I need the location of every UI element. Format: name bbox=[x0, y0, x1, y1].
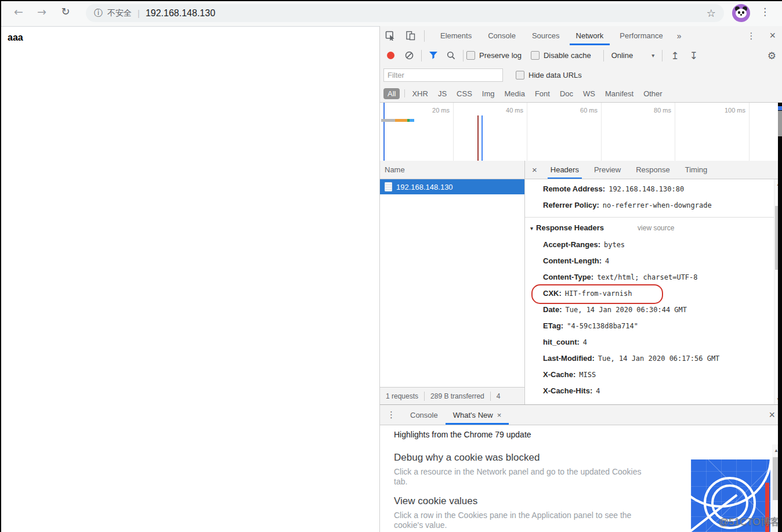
drawer-tab-whats-new[interactable]: What's New × bbox=[446, 405, 509, 425]
clear-icon[interactable] bbox=[405, 51, 414, 60]
load-event-line bbox=[481, 115, 483, 161]
general-headers: Remote Address:192.168.148.130:80Referre… bbox=[525, 181, 774, 213]
panda-eye bbox=[742, 11, 744, 14]
whats-new-content: Debug why a cookie was blockedClick a re… bbox=[380, 443, 782, 532]
header-value: 192.168.148.130:80 bbox=[609, 185, 684, 193]
info-icon[interactable]: ⓘ bbox=[94, 8, 103, 19]
header-key: ETag: bbox=[543, 321, 563, 330]
header-key: Remote Address: bbox=[543, 184, 605, 193]
url-divider: | bbox=[137, 8, 140, 18]
bookmark-star-icon[interactable]: ☆ bbox=[707, 7, 716, 19]
reload-icon[interactable]: ↻ bbox=[57, 5, 74, 17]
import-har-icon[interactable]: ↥ bbox=[671, 50, 679, 61]
overview-gridline bbox=[601, 103, 602, 161]
separator bbox=[662, 50, 662, 61]
devtools-tab-network[interactable]: Network bbox=[568, 26, 612, 45]
devtools-tab-sources[interactable]: Sources bbox=[524, 26, 568, 45]
filter-input[interactable] bbox=[383, 68, 503, 82]
device-toolbar-icon[interactable] bbox=[406, 31, 416, 41]
triangle-expanded-icon[interactable]: ▾ bbox=[530, 225, 533, 231]
panda-face bbox=[736, 9, 747, 18]
overview-request-bar bbox=[381, 119, 414, 122]
close-details-icon[interactable]: × bbox=[525, 165, 543, 175]
inspect-element-icon[interactable] bbox=[385, 31, 395, 41]
devtools-tab-elements[interactable]: Elements bbox=[432, 26, 480, 45]
whats-new-cards: Debug why a cookie was blockedClick a re… bbox=[394, 443, 653, 530]
drawer-tab-console[interactable]: Console bbox=[403, 405, 446, 425]
record-icon[interactable] bbox=[387, 52, 394, 59]
filter-type-font[interactable]: Font bbox=[531, 88, 554, 99]
screenshot-border bbox=[0, 0, 782, 1]
whatsnew-card-title[interactable]: Debug why a cookie was blocked bbox=[394, 452, 653, 464]
response-headers-title: Response Headers bbox=[536, 223, 604, 232]
filter-type-manifest[interactable]: Manifest bbox=[601, 88, 638, 99]
disable-cache-label[interactable]: Disable cache bbox=[544, 51, 591, 60]
filter-type-all[interactable]: All bbox=[383, 88, 400, 99]
whatsnew-card-title[interactable]: View cookie values bbox=[394, 495, 653, 507]
filter-type-css[interactable]: CSS bbox=[452, 88, 476, 99]
overview-tick-label: 20 ms bbox=[415, 107, 450, 114]
filter-type-ws[interactable]: WS bbox=[579, 88, 599, 99]
document-icon bbox=[385, 182, 392, 191]
header-row: Last-Modified:Tue, 14 Jan 2020 06:17:56 … bbox=[525, 350, 774, 367]
network-overview-strip[interactable]: 20 ms40 ms60 ms80 ms100 ms bbox=[380, 103, 782, 161]
header-value: 4 bbox=[596, 387, 600, 395]
response-headers-list: Accept-Ranges:bytesContent-Length:4Conte… bbox=[525, 237, 774, 404]
filter-type-doc[interactable]: Doc bbox=[556, 88, 577, 99]
export-har-icon[interactable]: ↧ bbox=[690, 50, 698, 61]
header-row: Content-Length:4 bbox=[525, 253, 774, 269]
status-item: 1 requests bbox=[380, 392, 425, 401]
name-column-header[interactable]: Name bbox=[380, 161, 524, 179]
devtools-close-icon[interactable]: × bbox=[762, 30, 782, 42]
profile-avatar[interactable] bbox=[732, 4, 750, 22]
watermark-text: @51CTO博客 bbox=[719, 515, 780, 529]
preserve-log-checkbox[interactable] bbox=[466, 51, 475, 60]
detail-tab-preview[interactable]: Preview bbox=[586, 161, 628, 179]
header-value: no-referrer-when-downgrade bbox=[603, 201, 712, 209]
more-tabs-icon[interactable]: » bbox=[671, 31, 687, 41]
devtools-tab-console[interactable]: Console bbox=[480, 26, 524, 45]
whatsnew-card-body: Click a row in the Cookies pane in the A… bbox=[394, 511, 653, 530]
response-headers-section-header[interactable]: ▾Response Headersview source bbox=[525, 220, 774, 237]
console-tab-label: Console bbox=[410, 411, 438, 419]
network-settings-gear-icon[interactable]: ⚙ bbox=[767, 50, 776, 61]
filter-type-img[interactable]: Img bbox=[478, 88, 499, 99]
detail-tab-headers[interactable]: Headers bbox=[543, 161, 586, 179]
search-icon[interactable] bbox=[447, 51, 455, 60]
preserve-log-label[interactable]: Preserve log bbox=[479, 51, 522, 60]
filter-type-js[interactable]: JS bbox=[434, 88, 451, 99]
close-tab-icon[interactable]: × bbox=[497, 411, 502, 419]
filter-type-other[interactable]: Other bbox=[639, 88, 667, 99]
forward-icon[interactable]: → bbox=[34, 5, 50, 18]
header-key: Content-Length: bbox=[543, 256, 602, 265]
separator bbox=[424, 30, 425, 42]
table-row[interactable]: 192.168.148.130 bbox=[380, 179, 524, 194]
status-item: 4 bbox=[491, 392, 506, 401]
drawer-menu-icon[interactable]: ⋮ bbox=[380, 410, 403, 420]
header-row: Accept-Ranges:bytes bbox=[525, 237, 774, 253]
header-value: MISS bbox=[579, 371, 596, 379]
filter-type-xhr[interactable]: XHR bbox=[408, 88, 432, 99]
address-bar[interactable]: ⓘ 不安全 | 192.168.148.130 ☆ bbox=[86, 4, 724, 22]
detail-tab-response[interactable]: Response bbox=[628, 161, 678, 179]
filter-type-media[interactable]: Media bbox=[500, 88, 528, 99]
browser-menu-icon[interactable]: ⋮ bbox=[760, 6, 770, 17]
view-source-link[interactable]: view source bbox=[638, 224, 674, 232]
url-text[interactable]: 192.168.148.130 bbox=[146, 8, 215, 19]
throttling-dropdown[interactable]: Online ▾ bbox=[611, 51, 655, 60]
header-key: Last-Modified: bbox=[543, 354, 595, 363]
hide-data-urls-checkbox[interactable] bbox=[516, 71, 524, 79]
header-key: X-Cache-Hits: bbox=[543, 386, 592, 395]
request-detail-tabs: × HeadersPreviewResponseTiming bbox=[525, 161, 782, 179]
back-icon[interactable]: ← bbox=[10, 5, 27, 18]
headers-content: Remote Address:192.168.148.130:80Referre… bbox=[525, 179, 774, 404]
devtools-tab-performance[interactable]: Performance bbox=[611, 26, 671, 45]
separator bbox=[603, 50, 604, 61]
waterfall-segment-download bbox=[410, 119, 414, 122]
hide-data-urls-label[interactable]: Hide data URLs bbox=[528, 71, 582, 79]
network-panels: Name 192.168.148.130 1 requests289 B tra… bbox=[380, 161, 782, 404]
detail-tab-timing[interactable]: Timing bbox=[678, 161, 715, 179]
filter-funnel-icon[interactable] bbox=[429, 52, 437, 59]
disable-cache-checkbox[interactable] bbox=[531, 51, 540, 60]
devtools-menu-icon[interactable]: ⋮ bbox=[740, 31, 762, 41]
